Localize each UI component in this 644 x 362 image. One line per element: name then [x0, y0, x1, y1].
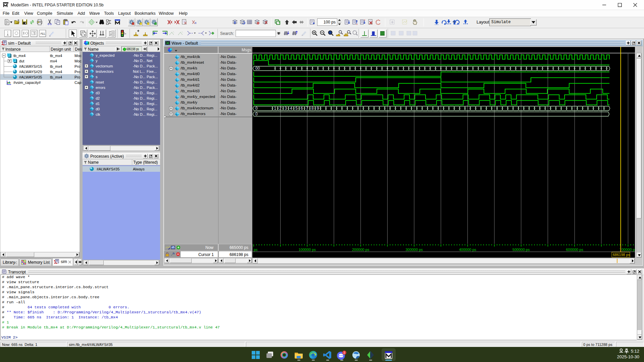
svg-text:0: 0 — [255, 106, 258, 111]
svg-text:5: 5 — [295, 106, 298, 111]
svg-text:0: 0 — [255, 112, 258, 116]
svg-text:7: 7 — [306, 106, 308, 111]
svg-text:4: 4 — [290, 106, 292, 111]
svg-text:500000 ps: 500000 ps — [512, 248, 530, 252]
svg-text:600000 ps: 600000 ps — [566, 248, 584, 252]
svg-text:100000 ps: 100000 ps — [299, 248, 316, 252]
svg-text:ALL: ALL — [40, 32, 45, 35]
svg-text:2: 2 — [343, 351, 345, 354]
svg-text:ps: ps — [254, 248, 258, 252]
svg-text:3: 3 — [285, 106, 287, 111]
svg-text:9: 9 — [317, 106, 319, 111]
svg-text:400000 ps: 400000 ps — [459, 248, 477, 252]
svg-text:6: 6 — [301, 106, 303, 111]
svg-text:200000 ps: 200000 ps — [352, 248, 369, 252]
svg-text:2: 2 — [279, 106, 282, 111]
svg-text:686198 ps: 686198 ps — [613, 253, 630, 257]
svg-text:1: 1 — [274, 106, 276, 111]
svg-text:300000 ps: 300000 ps — [405, 248, 423, 252]
svg-text:8: 8 — [311, 106, 314, 111]
svg-text:700000 ps: 700000 ps — [620, 248, 635, 252]
svg-text:00: 00 — [255, 66, 260, 71]
